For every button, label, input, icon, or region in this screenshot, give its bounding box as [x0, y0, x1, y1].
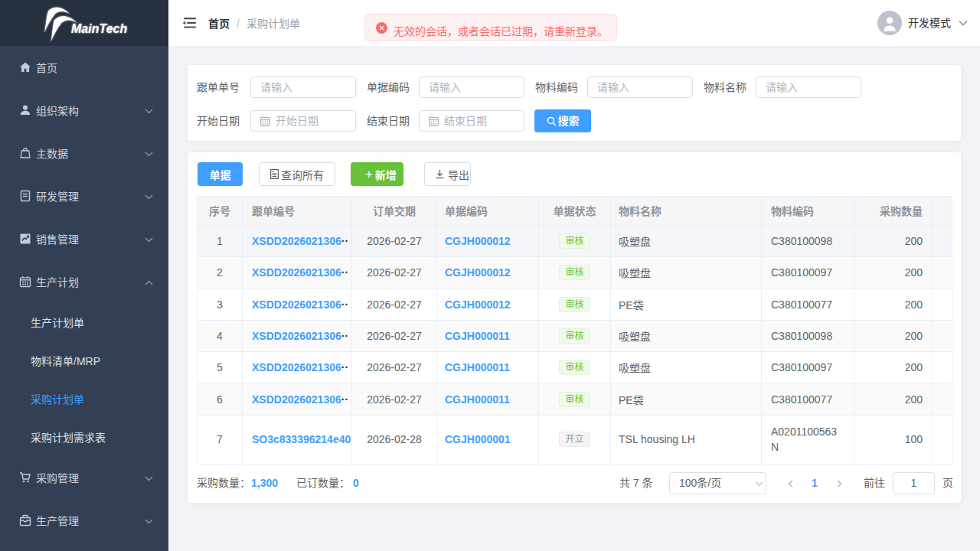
svg-text:MainTech: MainTech [71, 22, 127, 35]
